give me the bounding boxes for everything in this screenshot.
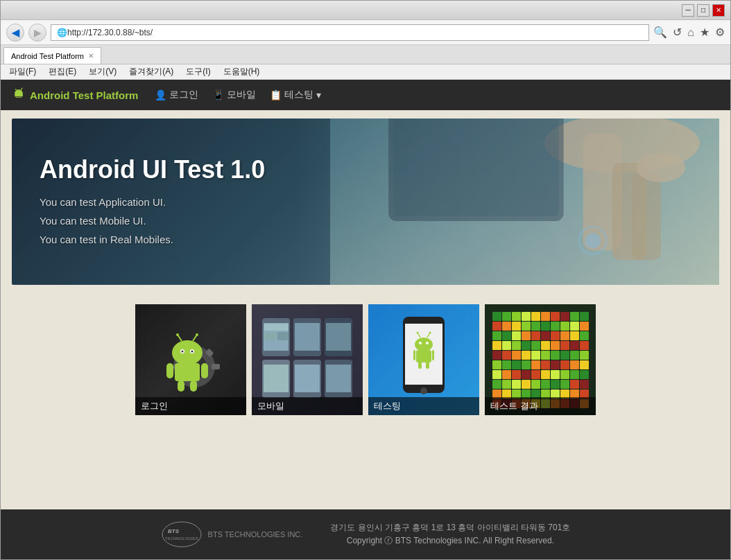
url-bar[interactable]: 🌐 <box>51 24 649 41</box>
tab-close-button[interactable]: ✕ <box>88 52 94 60</box>
thumb-login[interactable]: 로그인 <box>135 304 246 415</box>
hero-subtitle: You can test Application UI. You can tes… <box>40 193 265 249</box>
heatmap-cell <box>570 370 579 379</box>
search-icon[interactable]: 🔍 <box>653 26 667 39</box>
nav-testing[interactable]: 📋 테스팅 ▾ <box>270 89 321 101</box>
heatmap-cell <box>560 312 569 321</box>
heatmap-cell <box>580 312 589 321</box>
menu-file[interactable]: 파일(F) <box>3 64 42 79</box>
svg-point-57 <box>429 332 431 334</box>
heatmap-cell <box>541 312 550 321</box>
thumb-testresult[interactable]: 테스트 결과 <box>485 304 596 415</box>
svg-point-51 <box>415 338 433 351</box>
nav-login[interactable]: 👤 로그인 <box>155 89 198 101</box>
site-footer: BTS TECHNOLOGIES BTS TECHNOLOGIES INC. 경… <box>1 509 730 559</box>
svg-rect-11 <box>393 119 558 216</box>
heatmap-cell <box>502 312 511 321</box>
heatmap-cell <box>570 380 579 389</box>
maximize-button[interactable]: □ <box>697 4 710 17</box>
heatmap-cell <box>580 322 589 331</box>
heatmap-cell <box>502 380 511 389</box>
thumb-login-label: 로그인 <box>135 397 246 415</box>
svg-text:TECHNOLOGIES: TECHNOLOGIES <box>165 536 198 541</box>
svg-rect-30 <box>166 363 173 378</box>
heatmap-cell <box>502 351 511 360</box>
forward-button[interactable]: ▶ <box>28 24 46 42</box>
heatmap-cell <box>541 341 550 350</box>
svg-rect-62 <box>426 362 429 369</box>
heatmap-cell <box>522 380 531 389</box>
favorites-icon[interactable]: ★ <box>700 26 710 39</box>
svg-point-28 <box>196 333 198 336</box>
svg-point-7 <box>637 153 685 182</box>
footer-copyright: Copyright ⓡ BTS Technologies INC. All Ri… <box>330 534 570 548</box>
heatmap-cell <box>522 360 531 369</box>
android-logo-icon <box>12 87 26 104</box>
svg-text:BTS: BTS <box>168 528 180 534</box>
heatmap-cell <box>492 341 501 350</box>
menu-help[interactable]: 도움말(H) <box>218 64 266 79</box>
svg-point-23 <box>182 351 184 353</box>
settings-icon[interactable]: ⚙ <box>715 26 725 39</box>
svg-rect-29 <box>175 363 200 381</box>
menu-edit[interactable]: 편집(E) <box>43 64 82 79</box>
footer-info: 경기도 용인시 기흥구 흥덕 1로 13 흥덕 아이티밸리 타워동 701호 C… <box>330 521 570 548</box>
nav-links: 👤 로그인 📱 모바일 📋 테스팅 ▾ <box>155 89 321 101</box>
svg-rect-6 <box>632 173 661 260</box>
back-button[interactable]: ◀ <box>6 24 24 42</box>
heatmap-cell <box>531 360 540 369</box>
heatmap-cell <box>580 380 589 389</box>
url-input[interactable] <box>67 28 643 37</box>
mobile-icon: 📱 <box>212 89 224 100</box>
hero-line-2: You can test Mobile UI. <box>40 211 265 230</box>
heatmap-cell <box>531 370 540 379</box>
svg-rect-60 <box>432 350 434 360</box>
heatmap-cell <box>522 341 531 350</box>
thumb-mobile[interactable]: 모바일 <box>252 304 363 415</box>
heatmap-cell <box>551 341 560 350</box>
heatmap-cell <box>522 351 531 360</box>
active-tab[interactable]: Android Test Platform ✕ <box>3 47 101 64</box>
heatmap-cell <box>560 360 569 369</box>
svg-point-8 <box>585 233 600 248</box>
heatmap-cell <box>560 380 569 389</box>
heatmap-cell <box>492 380 501 389</box>
svg-point-63 <box>420 387 427 394</box>
menu-bar: 파일(F) 편집(E) 보기(V) 즐겨찾기(A) 도구(I) 도움말(H) <box>1 64 730 80</box>
nav-mobile[interactable]: 📱 모바일 <box>212 89 256 101</box>
heatmap-cell <box>522 312 531 321</box>
close-button[interactable]: ✕ <box>712 4 725 17</box>
svg-rect-33 <box>190 380 197 392</box>
home-icon[interactable]: ⌂ <box>687 26 694 39</box>
heatmap-cell <box>541 331 550 340</box>
heatmap-cell <box>580 341 589 350</box>
tab-label: Android Test Platform <box>11 52 84 60</box>
menu-tools[interactable]: 도구(I) <box>180 64 216 79</box>
thumb-testing-label: 테스팅 <box>368 397 479 415</box>
thumb-testing[interactable]: 테스팅 <box>368 304 479 415</box>
heatmap-cell <box>512 331 521 340</box>
heatmap-cell <box>522 370 531 379</box>
svg-point-53 <box>426 342 429 344</box>
heatmap-cell <box>551 322 560 331</box>
heatmap-cell <box>560 370 569 379</box>
svg-rect-37 <box>295 323 320 351</box>
heatmap-cell <box>570 341 579 350</box>
site-logo[interactable]: Android Test Platform <box>12 87 138 104</box>
heatmap-cell <box>502 360 511 369</box>
footer-company: BTS TECHNOLOGIES INC. <box>208 530 303 539</box>
heatmap-cell <box>492 370 501 379</box>
svg-point-20 <box>172 340 203 365</box>
refresh-icon[interactable]: ↺ <box>673 26 682 39</box>
bts-logo-image: BTS TECHNOLOGIES <box>161 520 203 548</box>
svg-point-24 <box>191 351 194 353</box>
dropdown-arrow-icon: ▾ <box>316 89 321 100</box>
minimize-button[interactable]: ─ <box>682 4 694 17</box>
svg-rect-46 <box>295 365 320 392</box>
menu-favorites[interactable]: 즐겨찾기(A) <box>123 64 179 79</box>
heatmap-cell <box>580 331 589 340</box>
menu-view[interactable]: 보기(V) <box>83 64 122 79</box>
heatmap-cell <box>580 370 589 379</box>
svg-point-27 <box>176 333 179 336</box>
heatmap-cell <box>492 331 501 340</box>
